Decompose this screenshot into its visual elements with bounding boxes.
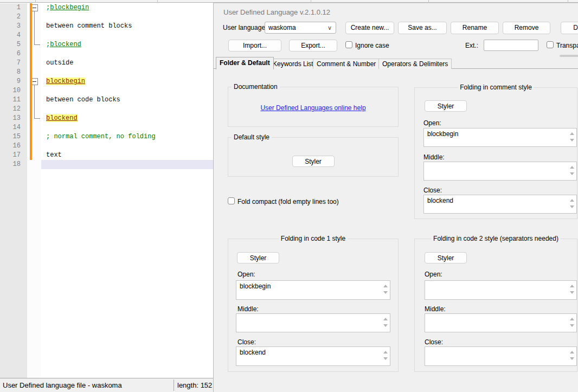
editor-line[interactable]: blockend <box>41 114 213 123</box>
scroll-down-icon[interactable] <box>383 357 388 360</box>
folding-comment-open-input[interactable]: blockbegin <box>423 128 577 147</box>
scroll-up-icon[interactable] <box>570 199 574 202</box>
editor-text-segment: between code blocks <box>46 96 120 104</box>
editor-line[interactable] <box>41 105 213 114</box>
save-as-button[interactable]: Save as... <box>398 22 447 34</box>
scroll-up-icon[interactable] <box>383 351 388 354</box>
line-number: 8 <box>0 68 27 77</box>
tab-folder-default[interactable]: Folder & Default <box>216 57 274 69</box>
folding-code2-middle-input[interactable] <box>425 313 577 332</box>
import-button[interactable]: Import... <box>228 40 281 52</box>
dialog-title: User Defined Language v.2.1.0.12 <box>223 8 330 16</box>
line-number: 17 <box>0 151 27 160</box>
transparency-label: Transpare <box>556 42 578 49</box>
folding-code1-open-label: Open: <box>237 271 255 278</box>
scroll-up-icon[interactable] <box>570 318 574 320</box>
fold-guide <box>27 105 41 114</box>
folding-code2-title: Folding in code 2 style (separators need… <box>431 235 561 242</box>
folding-code2-open-input[interactable] <box>425 280 577 300</box>
editor-text-segment: blockend <box>46 114 78 122</box>
scroll-down-icon[interactable] <box>570 324 574 327</box>
export-button[interactable]: Export... <box>289 40 337 52</box>
scroll-down-icon[interactable] <box>383 324 388 327</box>
fold-collapse-box[interactable] <box>27 77 41 86</box>
user-language-select[interactable]: waskoma ∨ <box>265 22 336 34</box>
transparency-slider[interactable] <box>560 55 578 57</box>
folding-comment-middle-input[interactable] <box>423 162 577 181</box>
editor-line[interactable]: ;blockend <box>41 40 213 49</box>
fold-collapse-box[interactable] <box>27 3 41 12</box>
folding-code1-open-input[interactable]: blockbegin <box>236 280 390 300</box>
folding-comment-group: Folding in comment style Styler Open: bl… <box>414 87 577 219</box>
folding-code2-close-input[interactable] <box>425 346 577 366</box>
editor-line[interactable] <box>41 123 213 132</box>
tab-operators-delimiters[interactable]: Operators & Delimiters <box>378 59 452 69</box>
scroll-up-icon[interactable] <box>570 285 574 287</box>
create-new-button[interactable]: Create new... <box>345 22 394 34</box>
editor-line[interactable]: ; normal comment, no folding <box>41 132 213 142</box>
scroll-up-icon[interactable] <box>570 166 574 169</box>
editor-text-area[interactable]: ;blockbeginbetween comment blocks;blocke… <box>41 3 213 378</box>
folding-code2-styler-button[interactable]: Styler <box>425 252 467 264</box>
folding-code1-title: Folding in code 1 style <box>279 235 348 242</box>
editor-line[interactable]: ;blockbegin <box>41 3 213 12</box>
ext-input[interactable] <box>484 40 538 51</box>
user-language-label: User language: <box>223 24 267 31</box>
rename-button[interactable]: Rename <box>451 22 499 34</box>
editor-line[interactable]: outside <box>41 59 213 68</box>
editor-line[interactable] <box>41 86 213 95</box>
fold-guide <box>27 31 41 40</box>
editor-line[interactable]: between comment blocks <box>41 22 213 31</box>
scroll-down-icon[interactable] <box>570 357 574 360</box>
scroll-up-icon[interactable] <box>570 351 574 354</box>
scroll-down-icon[interactable] <box>570 139 574 142</box>
folding-comment-close-input[interactable]: blockend <box>423 195 577 214</box>
ignore-case-checkbox[interactable] <box>345 41 352 48</box>
scroll-down-icon[interactable] <box>570 205 574 208</box>
fold-margin[interactable] <box>27 3 41 378</box>
folding-code1-close-label: Close: <box>237 338 256 346</box>
editor-line[interactable] <box>41 68 213 77</box>
folding-comment-styler-button[interactable]: Styler <box>425 100 467 112</box>
tab-comment-number[interactable]: Comment & Number <box>313 59 380 69</box>
remove-button[interactable]: Remove <box>503 22 550 34</box>
folding-code1-styler-button[interactable]: Styler <box>237 252 279 264</box>
scroll-up-icon[interactable] <box>570 132 574 135</box>
line-number: 3 <box>0 22 27 31</box>
scroll-down-icon[interactable] <box>570 291 574 294</box>
scroll-up-icon[interactable] <box>383 318 388 320</box>
editor-line[interactable]: text <box>41 151 213 160</box>
editor-line[interactable] <box>41 12 213 22</box>
editor-line[interactable] <box>41 31 213 40</box>
line-number-margin: 123456789101112131415161718 <box>0 3 27 378</box>
line-number: 15 <box>0 132 27 142</box>
current-line-highlight <box>41 160 213 169</box>
line-number: 14 <box>0 123 27 132</box>
editor-line[interactable]: between code blocks <box>41 95 213 105</box>
folding-code1-close-input[interactable]: blockend <box>236 346 390 366</box>
editor-line[interactable] <box>41 49 213 59</box>
editor-line[interactable] <box>41 142 213 151</box>
editor-line[interactable]: blockbegin <box>41 77 213 86</box>
status-length: length: 152 <box>177 381 212 389</box>
line-number: 10 <box>0 86 27 95</box>
scroll-down-icon[interactable] <box>383 291 388 294</box>
editor-pane[interactable]: 123456789101112131415161718 ;blockbeginb… <box>0 3 213 378</box>
folding-code1-middle-input[interactable] <box>236 313 390 332</box>
editor-text-segment: between comment blocks <box>46 22 132 30</box>
ignore-case-label: Ignore case <box>355 42 389 49</box>
folding-code2-middle-label: Middle: <box>425 305 446 313</box>
online-help-link[interactable]: User Defined Languages online help <box>228 104 398 112</box>
line-number: 9 <box>0 77 27 86</box>
dock-button[interactable]: Do <box>561 22 578 34</box>
line-number: 6 <box>0 49 27 59</box>
default-styler-button[interactable]: Styler <box>292 156 335 167</box>
status-divider <box>174 380 174 391</box>
fold-compact-checkbox[interactable] <box>228 197 235 204</box>
editor-text-segment: blockbegin <box>46 78 85 85</box>
editor-text-segment: blockbegin <box>50 4 89 11</box>
transparency-checkbox[interactable] <box>547 41 554 48</box>
scroll-down-icon[interactable] <box>570 172 574 175</box>
scroll-up-icon[interactable] <box>383 285 388 287</box>
line-number: 18 <box>0 160 27 169</box>
